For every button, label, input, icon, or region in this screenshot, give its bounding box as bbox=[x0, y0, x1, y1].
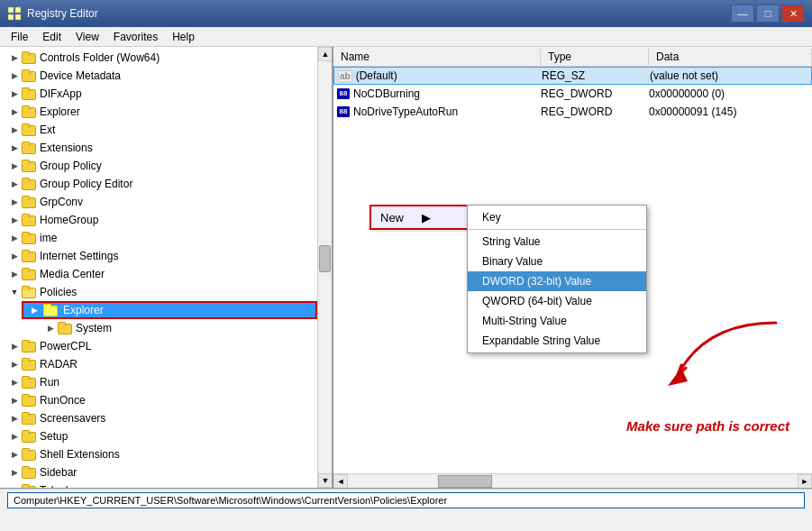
column-type-header: Type bbox=[541, 49, 649, 65]
submenu: Key String Value Binary Value DWORD (32-… bbox=[467, 205, 647, 353]
folder-icon bbox=[22, 484, 36, 488]
menu-help[interactable]: Help bbox=[165, 29, 202, 45]
new-button-label: New bbox=[380, 211, 404, 224]
tree-item-telephony[interactable]: ▶ Telephony bbox=[0, 481, 317, 488]
expand-arrow: ▶ bbox=[7, 483, 22, 488]
column-name-header: Name bbox=[333, 49, 541, 65]
tree-label: Device Metadata bbox=[40, 69, 121, 82]
tree-label: Extensions bbox=[40, 142, 93, 154]
maximize-button[interactable]: □ bbox=[756, 5, 780, 23]
reg-entry-default[interactable]: ab (Default) REG_SZ (value not set) bbox=[333, 67, 812, 85]
expand-arrow: ▶ bbox=[7, 411, 22, 426]
tree-item-internet-settings[interactable]: ▶ Internet Settings bbox=[0, 247, 317, 265]
tree-item-homegroup[interactable]: ▶ HomeGroup bbox=[0, 211, 317, 229]
tree-item-media-center[interactable]: ▶ Media Center bbox=[0, 265, 317, 283]
tree-item-setup[interactable]: ▶ Setup bbox=[0, 427, 317, 445]
tree-label: GrpConv bbox=[40, 196, 83, 208]
expand-arrow: ▼ bbox=[7, 285, 22, 299]
tree-item-radar[interactable]: ▶ RADAR bbox=[0, 355, 317, 373]
folder-icon bbox=[22, 105, 36, 118]
expand-arrow: ▶ bbox=[7, 339, 22, 353]
menu-edit[interactable]: Edit bbox=[35, 29, 68, 45]
scrollbar-track bbox=[348, 474, 798, 489]
expand-arrow: ▶ bbox=[7, 87, 22, 101]
folder-icon bbox=[22, 268, 36, 280]
tree-label: Screensavers bbox=[40, 412, 105, 425]
tree-item-grpconv[interactable]: ▶ GrpConv bbox=[0, 193, 317, 211]
tree-item-controls-folder[interactable]: ▶ Controls Folder (Wow64) bbox=[0, 49, 317, 67]
tree-label: Shell Extensions bbox=[40, 448, 120, 461]
tree-item-explorer[interactable]: ▶ Explorer bbox=[0, 103, 317, 121]
tree-item-runonce[interactable]: ▶ RunOnce bbox=[0, 391, 317, 409]
scrollbar-thumb[interactable] bbox=[438, 475, 492, 488]
tree-item-group-policy[interactable]: ▶ Group Policy bbox=[0, 157, 317, 175]
dword-icon: 88 bbox=[337, 88, 350, 99]
tree-item-policies[interactable]: ▼ Policies bbox=[0, 283, 317, 301]
tree-vertical-scrollbar[interactable]: ▲ ▼ bbox=[317, 47, 332, 488]
submenu-item-key[interactable]: Key bbox=[468, 207, 646, 227]
tree-item-run[interactable]: ▶ Run bbox=[0, 373, 317, 391]
reg-entry-nodrivetypeautorun[interactable]: 88 NoDriveTypeAutoRun REG_DWORD 0x000000… bbox=[333, 103, 812, 121]
new-button[interactable]: New ▶ bbox=[370, 205, 469, 230]
horizontal-scrollbar[interactable]: ◄ ► bbox=[333, 473, 812, 488]
folder-icon bbox=[22, 340, 36, 352]
tree-label: Controls Folder (Wow64) bbox=[40, 51, 160, 64]
scrollbar-up-button[interactable]: ▲ bbox=[318, 47, 333, 61]
expand-arrow: ▶ bbox=[7, 375, 22, 389]
expand-arrow: ▶ bbox=[7, 50, 22, 65]
scrollbar-left-button[interactable]: ◄ bbox=[333, 474, 348, 489]
new-button-arrow: ▶ bbox=[422, 211, 431, 224]
window-controls: — □ ✕ bbox=[731, 5, 805, 23]
tree-item-extensions[interactable]: ▶ Extensions bbox=[0, 139, 317, 157]
tree-item-system[interactable]: ▶ System bbox=[0, 319, 317, 337]
folder-icon bbox=[22, 142, 36, 154]
expand-arrow: ▶ bbox=[7, 141, 22, 155]
reg-entry-type: REG_SZ bbox=[542, 69, 650, 82]
submenu-item-binary-value[interactable]: Binary Value bbox=[468, 252, 646, 271]
tree-pane[interactable]: ▶ Controls Folder (Wow64) ▶ Device Metad… bbox=[0, 47, 333, 488]
menu-favorites[interactable]: Favorites bbox=[106, 29, 165, 45]
expand-arrow: ▶ bbox=[7, 69, 22, 83]
scrollbar-thumb[interactable] bbox=[319, 245, 331, 272]
tree-item-policies-explorer[interactable]: ▶ Explorer bbox=[22, 301, 317, 319]
folder-icon bbox=[22, 124, 36, 136]
submenu-item-multi-string[interactable]: Multi-String Value bbox=[468, 311, 646, 331]
expand-arrow: ▶ bbox=[7, 231, 22, 245]
expand-arrow: ▶ bbox=[7, 213, 22, 227]
reg-entry-name-label: NoCDBurning bbox=[353, 87, 420, 100]
expand-arrow: ▶ bbox=[7, 177, 22, 191]
folder-icon bbox=[22, 412, 36, 425]
scrollbar-down-button[interactable]: ▼ bbox=[318, 473, 333, 488]
tree-item-sidebar[interactable]: ▶ Sidebar bbox=[0, 463, 317, 481]
tree-item-ext[interactable]: ▶ Ext bbox=[0, 121, 317, 139]
scrollbar-right-button[interactable]: ► bbox=[798, 474, 812, 489]
reg-entry-nocdburning[interactable]: 88 NoCDBurning REG_DWORD 0x00000000 (0) bbox=[333, 85, 812, 103]
submenu-item-dword[interactable]: DWORD (32-bit) Value bbox=[468, 271, 646, 291]
folder-icon bbox=[22, 232, 36, 244]
tree-item-device-metadata[interactable]: ▶ Device Metadata bbox=[0, 67, 317, 85]
tree-label: Explorer bbox=[40, 105, 80, 118]
status-path: Computer\HKEY_CURRENT_USER\Software\Micr… bbox=[7, 492, 805, 508]
submenu-divider bbox=[468, 229, 646, 230]
reg-entry-data: 0x00000091 (145) bbox=[649, 105, 808, 118]
close-button[interactable]: ✕ bbox=[781, 5, 805, 23]
tree-item-group-policy-editor[interactable]: ▶ Group Policy Editor bbox=[0, 175, 317, 193]
submenu-item-qword[interactable]: QWORD (64-bit) Value bbox=[468, 291, 646, 311]
tree-item-ime[interactable]: ▶ ime bbox=[0, 229, 317, 247]
folder-icon bbox=[22, 51, 36, 64]
submenu-item-expandable-string[interactable]: Expandable String Value bbox=[468, 331, 646, 351]
submenu-item-string-value[interactable]: String Value bbox=[468, 232, 646, 252]
menu-file[interactable]: File bbox=[4, 29, 35, 45]
expand-arrow: ▶ bbox=[7, 159, 22, 173]
tree-item-difxapp[interactable]: ▶ DIFxApp bbox=[0, 85, 317, 103]
folder-icon bbox=[22, 286, 36, 298]
menu-view[interactable]: View bbox=[68, 29, 106, 45]
tree-item-powercpl[interactable]: ▶ PowerCPL bbox=[0, 337, 317, 355]
tree-item-screensavers[interactable]: ▶ Screensavers bbox=[0, 409, 317, 427]
tree-item-shell-extensions[interactable]: ▶ Shell Extensions bbox=[0, 445, 317, 463]
folder-icon bbox=[22, 430, 36, 443]
tree-label: DIFxApp bbox=[40, 87, 82, 100]
expand-arrow: ▶ bbox=[7, 249, 22, 263]
minimize-button[interactable]: — bbox=[731, 5, 754, 23]
folder-icon bbox=[22, 250, 36, 262]
